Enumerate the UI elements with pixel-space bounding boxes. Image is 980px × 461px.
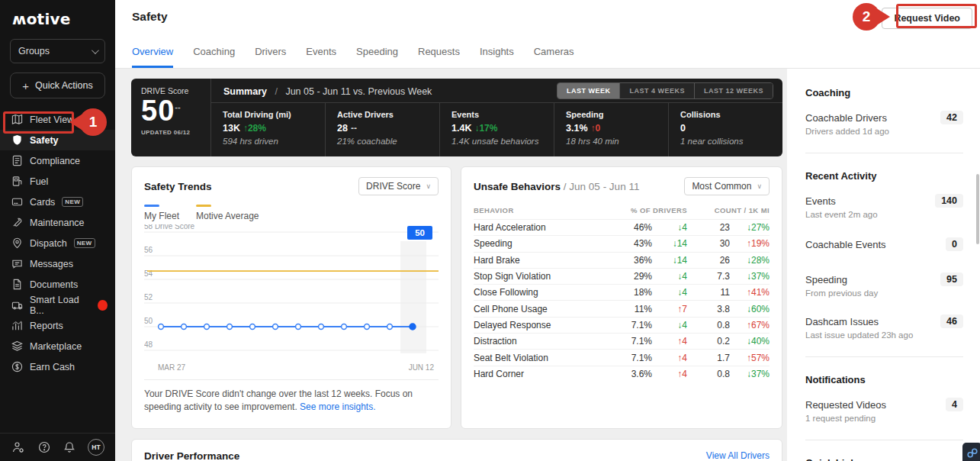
safety-trends-card: Safety Trends DRIVE Score ∨ My Fleet [131, 166, 451, 429]
timeframe-last-week[interactable]: LAST WEEK [557, 83, 621, 98]
table-row[interactable]: Close Following18%↓411↑41% [474, 284, 770, 300]
new-badge: NEW [62, 197, 83, 207]
count-badge: 95 [940, 272, 963, 286]
stat-speeding: Speeding 3.1%↑0 18 hrs 40 min [554, 103, 669, 156]
svg-text:56: 56 [144, 246, 153, 254]
sidebar-item-compliance[interactable]: Compliance [0, 150, 115, 171]
sidebar-item-label: Documents [30, 279, 78, 290]
sidebar-item-label: Earn Cash [30, 362, 75, 372]
tab-requests[interactable]: Requests [418, 46, 460, 68]
table-row[interactable]: Hard Acceleration46%↓423↓27% [474, 219, 770, 235]
sidebar-nav: Fleet View Safety Compliance Fuel Cards … [0, 109, 115, 377]
recent-activity-section-title: Recent Activity [805, 170, 963, 182]
list-item[interactable]: Coachable Events0 [805, 237, 963, 251]
groups-dropdown[interactable]: Groups [10, 39, 105, 63]
shield-icon [11, 134, 23, 147]
count-badge: 140 [935, 194, 963, 208]
legend-motive-average[interactable]: Motive Average [196, 205, 259, 221]
legend-my-fleet[interactable]: My Fleet [144, 205, 179, 221]
table-row[interactable]: Speeding43%↓1430↑19% [474, 235, 770, 251]
summary-header: Summary / Jun 05 - Jun 11 vs. Previous W… [211, 79, 782, 103]
annotation-balloon-2: 2 [853, 3, 880, 31]
behaviors-date-range: / Jun 05 - Jun 11 [564, 181, 640, 192]
metric-select[interactable]: DRIVE Score ∨ [358, 177, 439, 195]
link-icon [966, 447, 978, 459]
fuel-pump-icon [11, 176, 23, 188]
divider [805, 356, 963, 357]
quick-actions-button[interactable]: + Quick Actions [10, 73, 105, 98]
list-item[interactable]: Events140 Last event 2m ago [805, 194, 963, 219]
table-row[interactable]: Seat Belt Violation7.1%↑41.7↑57% [474, 349, 770, 365]
sidebar-item-dispatch[interactable]: Dispatch NEW [0, 233, 115, 253]
sidebar-item-reports[interactable]: Reports [0, 315, 115, 336]
tab-bar: Overview Coaching Drivers Events Speedin… [132, 46, 574, 68]
scrollbar[interactable] [976, 174, 979, 244]
view-all-drivers-link[interactable]: View All Drivers [706, 450, 770, 461]
count-badge: 42 [940, 111, 963, 124]
tab-coaching[interactable]: Coaching [193, 46, 235, 68]
x-end-label: JUN 12 [409, 363, 434, 372]
sort-select[interactable]: Most Common ∨ [684, 177, 770, 195]
timeframe-last-4-weeks[interactable]: LAST 4 WEEKS [620, 83, 695, 98]
list-item[interactable]: Coachable Drivers42 Drivers added 1d ago [805, 111, 963, 136]
tab-insights[interactable]: Insights [480, 46, 514, 68]
sidebar-item-cards[interactable]: Cards NEW [0, 192, 115, 212]
right-panel: Coaching Coachable Drivers42 Drivers add… [787, 69, 980, 461]
table-row[interactable]: Delayed Response7.1%↓40.8↑67% [474, 317, 770, 333]
sidebar-item-fuel[interactable]: Fuel [0, 171, 115, 192]
col-drivers: % OF DRIVERS [620, 206, 687, 214]
timeframe-last-12-weeks[interactable]: LAST 12 WEEKS [695, 83, 773, 98]
table-row[interactable]: Hard Corner3.6%↑40.8↓37% [474, 366, 770, 382]
tab-overview[interactable]: Overview [132, 46, 173, 68]
help-icon[interactable] [37, 440, 52, 455]
tab-cameras[interactable]: Cameras [534, 46, 574, 68]
content-area: Safety Request Video Overview Coaching D… [115, 0, 980, 461]
sidebar-item-maintenance[interactable]: Maintenance [0, 212, 115, 233]
annotation-box-safety [3, 111, 74, 134]
quick-links-section-title: Quick Links [805, 457, 963, 461]
table-row[interactable]: Distraction7.1%↑40.2↓40% [474, 333, 770, 349]
summary-stats: Total Driving (mi) 13K↑28% 594 hrs drive… [211, 103, 782, 156]
trends-title: Safety Trends [144, 181, 212, 192]
layers-icon [11, 340, 23, 353]
coaching-section-title: Coaching [805, 87, 963, 98]
dollar-icon [11, 361, 23, 373]
list-item[interactable]: Speeding95 From previous day [805, 272, 963, 298]
list-item[interactable]: Requested Videos4 1 request pending [805, 398, 963, 423]
sidebar-item-label: Smart Load B... [30, 295, 89, 316]
tab-drivers[interactable]: Drivers [255, 46, 286, 68]
stat-total-driving: Total Driving (mi) 13K↑28% 594 hrs drive… [211, 103, 326, 156]
browser-extension-badge[interactable] [962, 443, 980, 461]
quick-actions-label: Quick Actions [35, 80, 93, 91]
notifications-bell-icon[interactable] [62, 440, 77, 455]
summary-title-row: Summary / Jun 05 - Jun 11 vs. Previous W… [223, 84, 432, 98]
motive-average-color-chip [196, 205, 211, 207]
stat-delta: ↓17% [474, 123, 497, 134]
tab-speeding[interactable]: Speeding [356, 46, 398, 68]
see-more-insights-link[interactable]: See more insights. [300, 401, 375, 412]
chevron-down-icon [92, 47, 99, 54]
sidebar-item-documents[interactable]: Documents [0, 274, 115, 295]
report-chart-icon [11, 320, 23, 332]
sidebar-item-earn-cash[interactable]: Earn Cash [0, 356, 115, 377]
count-badge: 0 [946, 237, 963, 251]
list-item[interactable]: Dashcam Issues46 Last issue updated 23h … [805, 314, 963, 340]
table-row[interactable]: Cell Phone Usage11%↑73.8↓60% [474, 300, 770, 316]
sidebar-item-smart-load-board[interactable]: Smart Load B... [0, 295, 115, 315]
count-badge: 46 [940, 314, 963, 328]
trends-insight-text: Your DRIVE Score didn't change over the … [144, 379, 439, 414]
drive-score-suffix: -- [175, 102, 180, 111]
behaviors-header: Unsafe Behaviors / Jun 05 - Jun 11 Most … [474, 177, 770, 195]
table-row[interactable]: Stop Sign Violation29%↓47.3↓37% [474, 268, 770, 284]
summary-card: DRIVE Score 50-- UPDATED 06/12 Summary /… [131, 79, 782, 156]
stat-active-drivers: Active Drivers 28-- 21% coachable [326, 103, 440, 156]
stat-collisions: Collisions 0 1 near collisions [669, 103, 782, 156]
page-title: Safety [132, 10, 168, 24]
tab-events[interactable]: Events [306, 46, 336, 68]
user-avatar[interactable]: HT [88, 439, 104, 456]
admin-settings-icon[interactable] [11, 440, 26, 455]
sidebar-item-messages[interactable]: Messages [0, 253, 115, 274]
table-row[interactable]: Hard Brake36%↓1426↓28% [474, 252, 770, 268]
sidebar-item-marketplace[interactable]: Marketplace [0, 336, 115, 356]
my-fleet-color-chip [144, 205, 159, 207]
